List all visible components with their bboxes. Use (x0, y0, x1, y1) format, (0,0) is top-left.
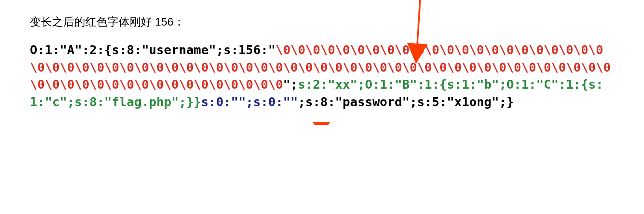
code-seg-black-3: ;s:8:"password";s:5:"x1ong";} (298, 95, 514, 109)
code-seg-black-1: O:1:"A":2:{s:8:"username";s:156:" (30, 43, 276, 57)
code-seg-navy: s:0:"";s:0:"" (201, 95, 298, 109)
serialized-code-block: O:1:"A":2:{s:8:"username";s:156:"\0\0\0\… (30, 41, 614, 110)
code-seg-black-2: "; (283, 77, 298, 92)
heading-text: 变长之后的红色字体刚好 156： (30, 14, 614, 29)
